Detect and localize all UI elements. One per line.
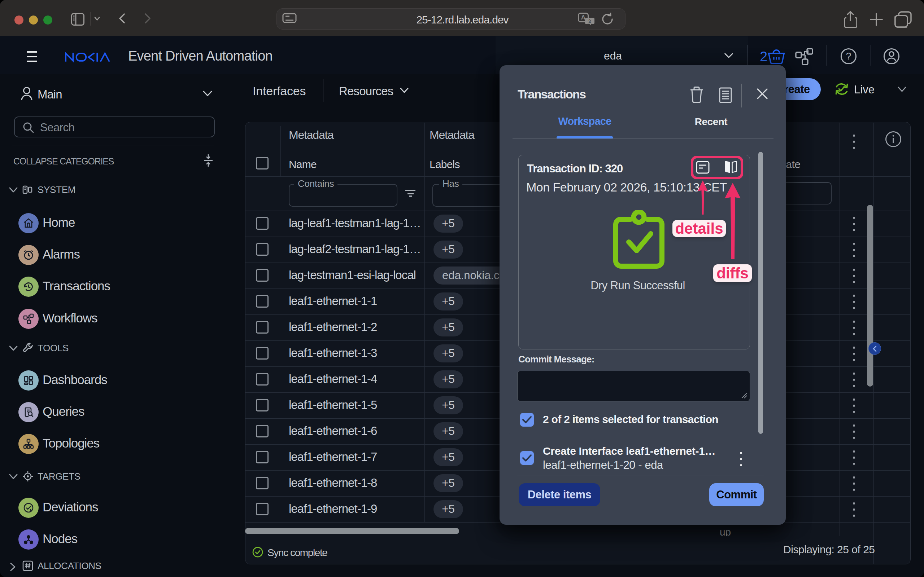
svg-text:文: 文 (588, 18, 592, 24)
svg-text:A: A (581, 14, 585, 21)
svg-text:?: ? (846, 51, 851, 62)
